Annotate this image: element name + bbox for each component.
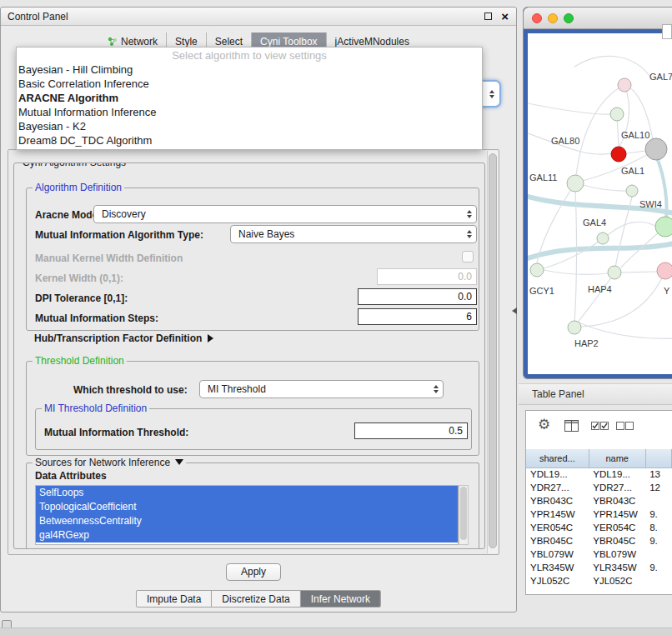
collapse-down-icon bbox=[175, 459, 183, 465]
tab-label: Cyni Toolbox bbox=[260, 36, 317, 48]
network-node-GAL7[interactable] bbox=[618, 78, 631, 92]
table-row[interactable]: YDL19...YDL19...13 bbox=[526, 468, 672, 481]
apply-button[interactable]: Apply bbox=[226, 563, 281, 581]
algorithm-option[interactable]: Dream8 DC_TDC Algorithm bbox=[17, 133, 482, 148]
algorithm-definition-group: Algorithm Definition Aracne Mode: Discov… bbox=[26, 188, 479, 331]
network-node-hub-gray[interactable] bbox=[645, 138, 667, 160]
table-row[interactable]: YDR27...YDR27...12 bbox=[526, 481, 672, 494]
network-view-window: GAL7GAL80GAL10GAL11GAL1SWI4GAL4GCY1HAP4Y… bbox=[523, 7, 672, 379]
minimize-traffic-light[interactable] bbox=[548, 13, 558, 23]
tab-discretize-data[interactable]: Discretize Data bbox=[211, 591, 299, 607]
stepper-icon bbox=[434, 385, 439, 393]
table-panel-header: Table Panel bbox=[519, 383, 672, 405]
network-edge bbox=[579, 271, 665, 327]
node-label: GAL1 bbox=[621, 166, 644, 176]
column-header[interactable] bbox=[645, 449, 671, 468]
sources-title: Sources for Network Inference bbox=[35, 457, 170, 468]
mi-threshold-input[interactable] bbox=[354, 422, 468, 439]
kernel-width-input[interactable] bbox=[377, 268, 477, 285]
control-panel-titlebar: Control Panel × bbox=[1, 8, 516, 26]
cyni-bottom-tabs: Impute Data Discretize Data Infer Networ… bbox=[136, 590, 381, 608]
dpi-tolerance-input[interactable] bbox=[358, 288, 477, 305]
column-selector-icon[interactable] bbox=[564, 420, 579, 432]
column-header[interactable]: name bbox=[589, 449, 645, 468]
mi-algorithm-type-select[interactable]: Naive Bayes bbox=[230, 225, 477, 243]
network-edge bbox=[544, 270, 608, 274]
network-edge bbox=[608, 222, 657, 235]
algorithm-option[interactable]: Mutual Information Inference bbox=[17, 105, 482, 119]
scrollbar-thumb[interactable] bbox=[460, 487, 467, 540]
network-edge bbox=[574, 321, 672, 338]
zoom-traffic-light[interactable] bbox=[564, 13, 574, 23]
network-node-node-a[interactable] bbox=[610, 108, 624, 121]
dpi-tolerance-label: DPI Tolerance [0,1]: bbox=[35, 292, 128, 305]
table-row[interactable]: YJL052CYJL052C bbox=[526, 574, 672, 588]
attribute-item[interactable]: BetweennessCentrality bbox=[36, 514, 458, 528]
data-attributes-list: SelfLoopsTopologicalCoefficientBetweenne… bbox=[35, 485, 459, 545]
column-header[interactable]: shared... bbox=[526, 449, 589, 468]
network-edge bbox=[626, 151, 646, 153]
tab-impute-data[interactable]: Impute Data bbox=[137, 591, 211, 607]
algorithm-option[interactable]: Bayesian - K2 bbox=[17, 119, 482, 133]
mi-threshold-label: Mutual Information Threshold: bbox=[44, 426, 188, 439]
sources-expander[interactable]: Sources for Network Inference bbox=[33, 457, 186, 468]
network-node-GAL10[interactable] bbox=[611, 147, 626, 162]
attribute-item[interactable]: SelfLoops bbox=[36, 486, 458, 500]
bottom-panel-edge bbox=[0, 628, 672, 635]
network-scrollbar[interactable] bbox=[662, 24, 672, 39]
cyni-algorithm-settings-group: Cyni Algorithm Settings Algorithm Defini… bbox=[13, 162, 485, 549]
deselect-all-icon[interactable] bbox=[616, 422, 634, 430]
settings-gear-icon[interactable]: ⚙ bbox=[538, 417, 550, 433]
network-edge bbox=[574, 56, 651, 78]
algorithm-option[interactable]: ARACNE Algorithm bbox=[17, 91, 482, 105]
network-node-GAL1[interactable] bbox=[626, 185, 638, 197]
network-node-HAP2[interactable] bbox=[568, 321, 581, 334]
mi-steps-input[interactable] bbox=[358, 308, 477, 325]
stepper-icon bbox=[467, 210, 472, 218]
algorithm-option[interactable]: Basic Correlation Inference bbox=[17, 77, 482, 91]
node-label: Y bbox=[664, 286, 670, 296]
attribute-item[interactable]: gal4RGexp bbox=[36, 528, 458, 542]
network-node-HAP4[interactable] bbox=[608, 266, 621, 279]
node-label: GAL11 bbox=[529, 172, 557, 182]
table-row[interactable]: YLR345WYLR345W9. bbox=[526, 561, 672, 574]
kernel-width-label: Kernel Width (0,1): bbox=[35, 272, 123, 285]
network-view[interactable]: GAL7GAL80GAL10GAL11GAL1SWI4GAL4GCY1HAP4Y… bbox=[528, 33, 672, 374]
network-node-SWI4[interactable] bbox=[655, 217, 672, 237]
settings-scrollbar[interactable] bbox=[487, 151, 498, 553]
manual-kernel-checkbox[interactable] bbox=[462, 251, 474, 262]
table-row[interactable]: YBR043CYBR043C bbox=[526, 494, 672, 508]
which-threshold-select[interactable]: MI Threshold bbox=[199, 380, 444, 398]
control-panel-window: Control Panel × Network Style Select Cyn… bbox=[0, 7, 517, 612]
manual-kernel-label: Manual Kernel Width Definition bbox=[35, 252, 183, 265]
network-node-GAL4[interactable] bbox=[597, 232, 609, 244]
algorithm-list: Bayesian - Hill ClimbingBasic Correlatio… bbox=[17, 62, 482, 148]
splitter-collapse-arrow[interactable] bbox=[512, 308, 517, 314]
aracne-mode-select[interactable]: Discovery bbox=[93, 205, 477, 223]
table-browser-window: ⚙ shared...name YDL19...YDL19...13YDR27.… bbox=[525, 410, 672, 595]
table-row[interactable]: YPR145WYPR145W9. bbox=[526, 508, 672, 521]
sources-group: Sources for Network Inference Data Attri… bbox=[26, 462, 479, 549]
data-attributes-label: Data Attributes bbox=[35, 470, 107, 482]
select-all-icon[interactable] bbox=[591, 422, 609, 430]
tab-infer-network[interactable]: Infer Network bbox=[300, 591, 380, 607]
network-node-node-pink[interactable] bbox=[657, 262, 672, 279]
attributes-list-scrollbar[interactable] bbox=[459, 485, 469, 545]
network-node-GCY1[interactable] bbox=[530, 263, 544, 277]
hub-definition-expander[interactable]: Hub/Transcription Factor Definition bbox=[34, 332, 213, 348]
scrollbar-thumb[interactable] bbox=[489, 153, 497, 548]
close-icon[interactable]: × bbox=[501, 9, 509, 24]
group-title: Threshold Definition bbox=[33, 355, 127, 367]
table-row[interactable]: YBL079WYBL079W bbox=[526, 548, 672, 561]
stepper-icon bbox=[467, 230, 472, 238]
table-row[interactable]: YBR045CYBR045C9. bbox=[526, 534, 672, 548]
attribute-item[interactable]: TopologicalCoefficient bbox=[36, 500, 458, 514]
table-panel-title: Table Panel bbox=[532, 388, 584, 400]
table-row[interactable]: YER054CYER054C8. bbox=[526, 521, 672, 534]
float-window-icon[interactable] bbox=[484, 12, 492, 20]
algorithm-option[interactable]: Bayesian - Hill Climbing bbox=[17, 62, 482, 77]
network-node-GAL11[interactable] bbox=[567, 175, 584, 192]
mi-algorithm-type-value: Naive Bayes bbox=[238, 228, 294, 240]
network-edge bbox=[578, 272, 614, 322]
close-traffic-light[interactable] bbox=[532, 13, 542, 23]
